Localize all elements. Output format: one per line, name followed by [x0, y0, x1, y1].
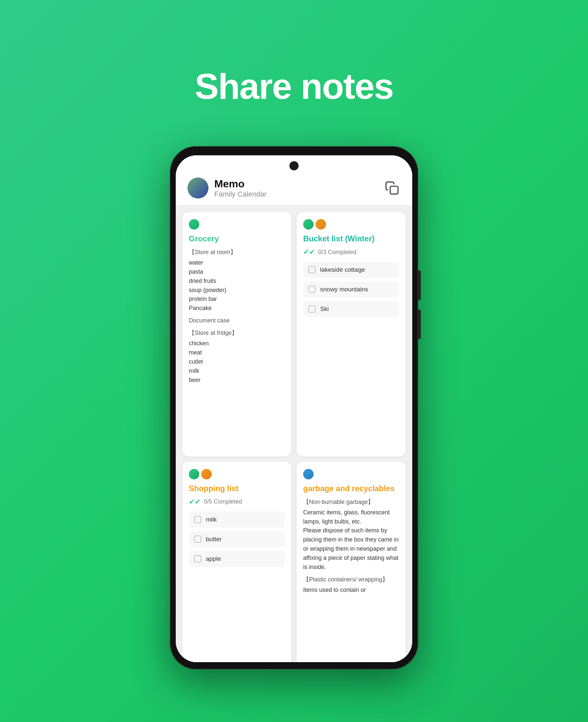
grocery-title: Grocery: [189, 234, 285, 243]
phone-screen: Memo Family Calendar: [176, 155, 412, 662]
app-name: Memo: [214, 178, 267, 190]
grocery-section-2: 【Store at fridge】: [189, 328, 285, 338]
garbage-card: garbage and recyclables 【Non-burnable ga…: [297, 462, 406, 662]
check-double-icon: ✔✔: [303, 248, 315, 256]
grocery-card: Grocery 【Store at room】 waterpastadried …: [182, 212, 291, 457]
shopping-item-2[interactable]: butter: [189, 531, 285, 547]
shopping-list-card: Shopping list ✔✔ 0/5 Completed milk butt…: [182, 462, 291, 662]
avatar-blue: [303, 469, 314, 479]
grocery-section-1: 【Store at room】: [189, 248, 285, 257]
phone-volume-button: [418, 270, 421, 300]
app-content: Memo Family Calendar: [176, 155, 412, 662]
garbage-section-2: 【Plastic containers/ wrapping】: [303, 575, 399, 584]
checkbox-ski[interactable]: [308, 305, 316, 313]
phone-power-button: [418, 310, 421, 339]
avatar-orange-2: [201, 469, 212, 479]
avatar: [188, 178, 208, 199]
garbage-avatars: [303, 469, 399, 479]
copy-icon-button[interactable]: [383, 180, 400, 197]
grocery-doc: Document case: [189, 316, 285, 325]
shopping-avatars: [189, 469, 285, 479]
shopping-item-3[interactable]: apple: [189, 551, 285, 567]
bucket-progress: ✔✔ 0/3 Completed: [303, 248, 399, 256]
shopping-list-title: Shopping list: [189, 484, 285, 493]
shopping-progress: ✔✔ 0/5 Completed: [189, 498, 285, 506]
shopping-item-label-1: milk: [206, 516, 217, 523]
garbage-title: garbage and recyclables: [303, 484, 399, 493]
checkbox-milk[interactable]: [194, 516, 201, 523]
bucket-item-label-1: lakeside cottage: [320, 266, 365, 273]
avatar-green-3: [189, 469, 199, 479]
check-double-icon-2: ✔✔: [189, 498, 201, 506]
avatar-orange-1: [316, 219, 326, 229]
phone-mockup: Memo Family Calendar: [170, 146, 418, 669]
shopping-item-label-2: butter: [206, 536, 222, 543]
checkbox-apple[interactable]: [194, 555, 201, 562]
checkbox-snowy[interactable]: [308, 286, 316, 293]
header-titles: Memo Family Calendar: [214, 178, 267, 199]
checkbox-butter[interactable]: [194, 536, 201, 543]
bucket-completed-label: 0/3 Completed: [318, 249, 356, 256]
shopping-item-label-3: apple: [206, 555, 221, 562]
bucket-avatars: [303, 219, 399, 229]
grocery-content: 【Store at room】 waterpastadried fruitsso…: [189, 248, 285, 384]
page-title: Share notes: [195, 65, 393, 107]
svg-rect-0: [391, 186, 398, 194]
shopping-item-1[interactable]: milk: [189, 512, 285, 528]
front-camera: [289, 161, 299, 171]
bucket-item-1[interactable]: lakeside cottage: [303, 262, 399, 278]
garbage-section-1: 【Non-burnable garbage】: [303, 498, 399, 507]
avatar-green: [189, 219, 199, 229]
bucket-item-3[interactable]: Ski: [303, 301, 399, 317]
garbage-content: 【Non-burnable garbage】 Ceramic items, gl…: [303, 498, 399, 595]
bucket-item-label-2: snowy mountains: [320, 286, 368, 293]
bucket-item-label-3: Ski: [320, 305, 329, 313]
app-subtitle: Family Calendar: [214, 190, 267, 199]
avatar-green-2: [303, 219, 314, 229]
bucket-list-card: Bucket list (Winter) ✔✔ 0/3 Completed la…: [297, 212, 406, 457]
bucket-list-title: Bucket list (Winter): [303, 234, 399, 243]
notes-grid: Grocery 【Store at room】 waterpastadried …: [176, 205, 412, 662]
shopping-completed-label: 0/5 Completed: [204, 498, 242, 505]
checkbox-lakeside[interactable]: [308, 266, 316, 273]
header-left: Memo Family Calendar: [188, 178, 267, 199]
grocery-avatars: [189, 219, 285, 229]
bucket-item-2[interactable]: snowy mountains: [303, 281, 399, 298]
